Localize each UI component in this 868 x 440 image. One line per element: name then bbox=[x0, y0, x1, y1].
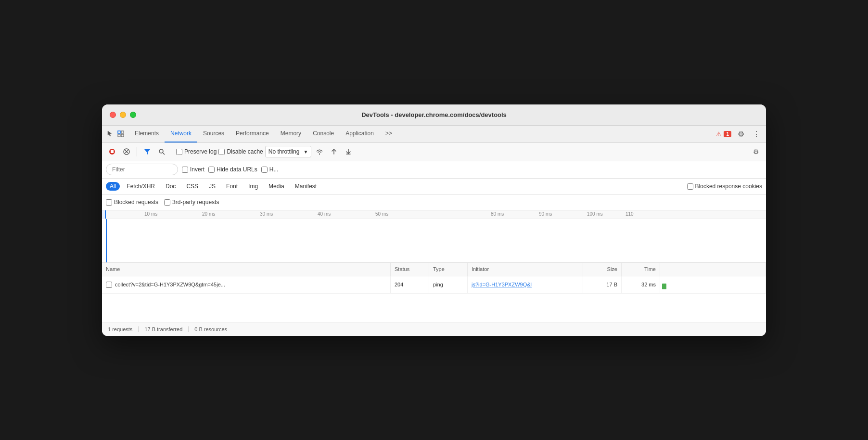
col-header-size[interactable]: Size bbox=[583, 263, 622, 276]
status-transferred: 17 B transferred bbox=[139, 326, 189, 332]
row-checkbox[interactable] bbox=[106, 282, 112, 288]
timeline-marker-line bbox=[106, 219, 107, 262]
type-btn-media[interactable]: Media bbox=[265, 182, 288, 191]
col-header-time[interactable]: Time bbox=[622, 263, 660, 276]
col-header-status[interactable]: Status bbox=[391, 263, 429, 276]
wifi-icon[interactable] bbox=[313, 145, 326, 158]
network-toolbar: Preserve log Disable cache No throttling… bbox=[102, 143, 766, 161]
network-settings-icon[interactable]: ⚙ bbox=[750, 145, 762, 158]
download-icon[interactable] bbox=[342, 145, 355, 158]
traffic-lights bbox=[110, 112, 136, 118]
tab-bar: Elements Network Sources Performance Mem… bbox=[102, 126, 766, 143]
type-btn-js[interactable]: JS bbox=[205, 182, 219, 191]
error-badge-area[interactable]: ⚠ 1 bbox=[716, 130, 731, 138]
waterfall-bar bbox=[662, 284, 666, 289]
search-button[interactable] bbox=[155, 145, 168, 158]
tab-performance[interactable]: Performance bbox=[230, 126, 275, 142]
options-bar: Blocked requests 3rd-party requests bbox=[102, 195, 766, 210]
hide-data-urls-label[interactable]: Hide data URLs bbox=[208, 166, 257, 173]
throttle-select[interactable]: No throttling ▼ bbox=[265, 146, 312, 157]
more-options-icon[interactable]: ⋮ bbox=[751, 128, 762, 140]
tab-more[interactable]: >> bbox=[380, 126, 398, 142]
third-party-requests-checkbox[interactable] bbox=[164, 199, 170, 206]
ruler-30ms: 30 ms bbox=[260, 211, 273, 217]
tab-elements[interactable]: Elements bbox=[129, 126, 165, 142]
svg-line-11 bbox=[163, 153, 165, 155]
invert-label[interactable]: Invert bbox=[182, 166, 204, 173]
clear-button[interactable] bbox=[120, 145, 133, 158]
ruler-90ms: 90 ms bbox=[539, 211, 552, 217]
record-stop-button[interactable] bbox=[106, 145, 118, 158]
hide-extra-label[interactable]: H... bbox=[261, 166, 279, 173]
tabs: Elements Network Sources Performance Mem… bbox=[129, 126, 716, 142]
svg-point-10 bbox=[159, 149, 163, 153]
ruler-20ms: 20 ms bbox=[202, 211, 215, 217]
minimize-button[interactable] bbox=[120, 112, 126, 118]
preserve-log-label[interactable]: Preserve log bbox=[176, 148, 217, 155]
ruler-40ms: 40 ms bbox=[318, 211, 331, 217]
devtools-body: Elements Network Sources Performance Mem… bbox=[102, 126, 766, 336]
devtools-window: DevTools - developer.chrome.com/docs/dev… bbox=[102, 104, 766, 336]
svg-rect-3 bbox=[121, 134, 124, 137]
empty-space bbox=[102, 294, 766, 323]
status-resources: 0 B resources bbox=[189, 326, 233, 332]
col-header-type[interactable]: Type bbox=[429, 263, 468, 276]
filter-button[interactable] bbox=[141, 145, 153, 158]
cell-size: 17 B bbox=[583, 276, 622, 293]
type-btn-fetchxhr[interactable]: Fetch/XHR bbox=[123, 182, 159, 191]
chart-area bbox=[102, 219, 766, 262]
tab-console[interactable]: Console bbox=[307, 126, 340, 142]
maximize-button[interactable] bbox=[130, 112, 136, 118]
svg-rect-1 bbox=[121, 131, 124, 133]
cell-status: 204 bbox=[391, 276, 429, 293]
throttle-dropdown-arrow: ▼ bbox=[303, 149, 308, 155]
cell-initiator[interactable]: js?id=G-H1Y3PXZW9Q&l bbox=[468, 276, 583, 293]
svg-rect-5 bbox=[111, 150, 114, 153]
network-table: Name Status Type Initiator Size Time bbox=[102, 263, 766, 323]
ruler-80ms: 80 ms bbox=[491, 211, 504, 217]
col-header-name[interactable]: Name bbox=[102, 263, 391, 276]
filter-bar: Invert Hide data URLs H... bbox=[102, 161, 766, 179]
tab-network[interactable]: Network bbox=[165, 126, 197, 142]
filter-input[interactable] bbox=[106, 164, 178, 175]
hide-extra-checkbox[interactable] bbox=[261, 167, 268, 173]
cursor-icon[interactable] bbox=[106, 129, 115, 138]
svg-marker-9 bbox=[144, 149, 150, 155]
preserve-log-checkbox[interactable] bbox=[176, 149, 182, 155]
disable-cache-checkbox[interactable] bbox=[218, 149, 225, 155]
tab-memory[interactable]: Memory bbox=[275, 126, 307, 142]
cell-type: ping bbox=[429, 276, 468, 293]
status-requests: 1 requests bbox=[108, 326, 139, 332]
col-header-initiator[interactable]: Initiator bbox=[468, 263, 583, 276]
error-badge: 1 bbox=[724, 131, 731, 137]
settings-icon[interactable]: ⚙ bbox=[735, 128, 747, 140]
blocked-response-cookies-checkbox[interactable] bbox=[687, 183, 693, 190]
type-btn-manifest[interactable]: Manifest bbox=[291, 182, 320, 191]
blocked-response-cookies-label[interactable]: Blocked response cookies bbox=[687, 183, 762, 190]
svg-rect-2 bbox=[118, 134, 120, 137]
type-btn-img[interactable]: Img bbox=[244, 182, 262, 191]
type-buttons-row: All Fetch/XHR Doc CSS JS Font Img Media … bbox=[102, 179, 766, 195]
upload-icon[interactable] bbox=[328, 145, 340, 158]
disable-cache-label[interactable]: Disable cache bbox=[218, 148, 263, 155]
inspect-icon[interactable] bbox=[116, 129, 125, 138]
type-btn-doc[interactable]: Doc bbox=[162, 182, 179, 191]
type-btn-font[interactable]: Font bbox=[222, 182, 242, 191]
titlebar: DevTools - developer.chrome.com/docs/dev… bbox=[102, 104, 766, 126]
invert-checkbox[interactable] bbox=[182, 167, 188, 173]
blocked-requests-label[interactable]: Blocked requests bbox=[106, 199, 158, 206]
window-title: DevTools - developer.chrome.com/docs/dev… bbox=[361, 111, 507, 118]
ruler-100ms: 100 ms bbox=[587, 211, 603, 217]
close-button[interactable] bbox=[110, 112, 116, 118]
hide-data-urls-checkbox[interactable] bbox=[208, 167, 215, 173]
ruler-50ms: 50 ms bbox=[375, 211, 388, 217]
col-header-waterfall[interactable] bbox=[660, 263, 766, 276]
tab-application[interactable]: Application bbox=[340, 126, 380, 142]
type-btn-all[interactable]: All bbox=[106, 182, 120, 191]
third-party-requests-label[interactable]: 3rd-party requests bbox=[164, 199, 219, 206]
timeline-ruler: 10 ms 20 ms 30 ms 40 ms 50 ms 80 ms 90 m… bbox=[102, 210, 766, 219]
tab-sources[interactable]: Sources bbox=[197, 126, 230, 142]
type-btn-css[interactable]: CSS bbox=[182, 182, 202, 191]
table-row[interactable]: collect?v=2&tid=G-H1Y3PXZW9Q&gtm=45je...… bbox=[102, 276, 766, 294]
blocked-requests-checkbox[interactable] bbox=[106, 199, 112, 206]
